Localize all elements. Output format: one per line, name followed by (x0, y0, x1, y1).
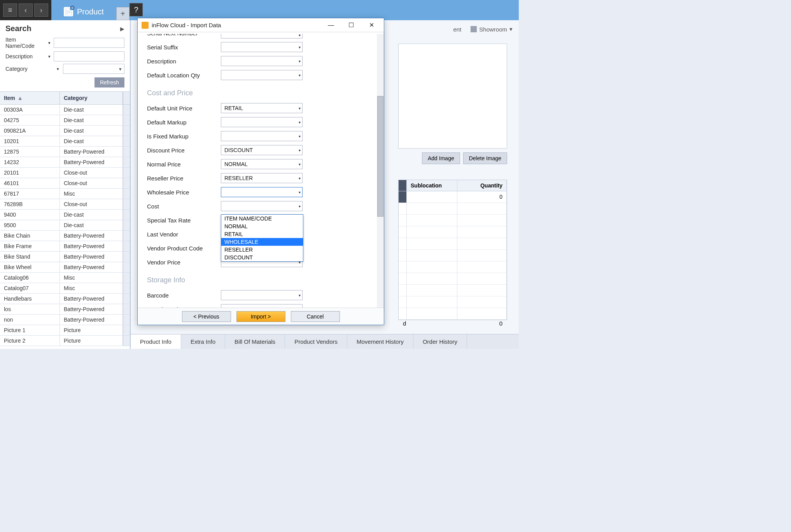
inventory-row[interactable] (399, 250, 507, 261)
chevron-down-icon[interactable]: ▾ (57, 66, 61, 72)
detail-tab[interactable]: Product Info (131, 334, 181, 349)
field-combo[interactable]: RESELLER▾ (221, 173, 303, 183)
chevron-down-icon: ▾ (299, 307, 301, 308)
top-link-ent[interactable]: ent (453, 26, 461, 33)
field-combo[interactable]: ▾ (221, 187, 303, 197)
field-combo[interactable]: ▾ (221, 34, 303, 38)
inventory-row[interactable] (399, 296, 507, 308)
table-row[interactable]: Catalog07Misc (0, 283, 130, 294)
scrollbar-thumb[interactable] (377, 96, 383, 217)
table-row[interactable]: 9400Die-cast (0, 210, 130, 220)
table-row[interactable]: Picture 1Picture (0, 325, 130, 336)
minimize-button[interactable]: — (322, 19, 340, 31)
nav-back-icon[interactable]: ‹ (19, 4, 33, 17)
dropdown-option[interactable]: WHOLESALE (221, 238, 303, 246)
detail-tab[interactable]: Movement History (347, 334, 413, 349)
filter-cat-combo[interactable]: ▾ (63, 64, 124, 74)
field-combo[interactable]: ▾ (221, 56, 303, 66)
inventory-row[interactable] (399, 238, 507, 250)
filter-desc-input[interactable] (54, 51, 124, 61)
dialog-scrollbar[interactable] (377, 34, 384, 308)
table-row[interactable]: losBattery-Powered (0, 304, 130, 315)
hamburger-icon[interactable]: ≡ (3, 4, 17, 17)
field-row: Wholesale Price▾ (147, 185, 371, 199)
inventory-row[interactable] (399, 261, 507, 273)
field-combo[interactable]: ▾ (221, 42, 303, 52)
import-dialog: inFlow Cloud - Import Data — ☐ ✕ Serial … (137, 18, 384, 325)
inventory-row[interactable] (399, 226, 507, 238)
field-combo[interactable]: ▾ (221, 131, 303, 141)
table-row[interactable]: 00303ADie-cast (0, 105, 130, 115)
field-combo[interactable]: ▾ (221, 201, 303, 211)
top-link-showroom[interactable]: Showroom ▾ (471, 26, 513, 33)
inventory-row[interactable] (399, 285, 507, 296)
table-row[interactable]: 090821ADie-cast (0, 126, 130, 136)
filter-name-input[interactable] (54, 38, 124, 48)
table-row[interactable]: Bike ChainBattery-Powered (0, 231, 130, 241)
field-combo[interactable]: ▾ (221, 290, 303, 300)
table-row[interactable]: Bike WheelBattery-Powered (0, 262, 130, 273)
delete-image-button[interactable]: Delete Image (463, 152, 507, 164)
add-tab-button[interactable]: + (116, 7, 130, 20)
table-row[interactable]: Bike StandBattery-Powered (0, 252, 130, 262)
chevron-down-icon[interactable]: ▾ (48, 40, 51, 46)
tab-product[interactable]: 📄 Product (54, 3, 113, 20)
dropdown-option[interactable]: DISCOUNT (221, 254, 303, 261)
maximize-button[interactable]: ☐ (343, 19, 360, 31)
dropdown-option[interactable]: RETAIL (221, 230, 303, 238)
inventory-row[interactable]: 0 (399, 191, 507, 203)
collapse-icon[interactable]: ▶ (120, 26, 124, 32)
grid-header-category[interactable]: Category (60, 92, 123, 104)
inv-header-sublocation[interactable]: Sublocation (407, 180, 457, 191)
chevron-down-icon: ▾ (299, 148, 301, 152)
detail-tab[interactable]: Product Vendors (285, 334, 347, 349)
close-button[interactable]: ✕ (363, 19, 380, 31)
table-row[interactable]: 10201Die-cast (0, 136, 130, 147)
chevron-down-icon[interactable]: ▾ (48, 54, 51, 59)
table-row[interactable]: Catalog06Misc (0, 273, 130, 283)
field-combo[interactable]: DISCOUNT▾ (221, 145, 303, 155)
field-row: Is Fixed Markup▾ (147, 129, 371, 143)
inventory-row[interactable] (399, 273, 507, 285)
inventory-row[interactable] (399, 215, 507, 226)
import-button[interactable]: Import > (236, 311, 285, 322)
search-panel: Search ▶ Item Name/Code ▾ Description ▾ … (0, 20, 131, 349)
table-row[interactable]: Bike FrameBattery-Powered (0, 241, 130, 252)
table-row[interactable]: 67817Misc (0, 189, 130, 199)
help-button[interactable]: ? (130, 3, 143, 16)
field-combo[interactable]: ▾ (221, 117, 303, 127)
grid-header: Item ▲ Category (0, 92, 130, 105)
inv-header-quantity[interactable]: Quantity (457, 180, 507, 191)
table-row[interactable]: 04275Die-cast (0, 115, 130, 126)
dropdown-option[interactable]: RESELLER (221, 246, 303, 254)
table-row[interactable]: Picture 2Picture (0, 336, 130, 346)
table-row[interactable]: 76289BClose-out (0, 199, 130, 210)
refresh-button[interactable]: Refresh (94, 77, 124, 88)
previous-button[interactable]: < Previous (182, 311, 231, 322)
field-row: Default Location Qty▾ (147, 68, 371, 82)
table-row[interactable]: 20101Close-out (0, 168, 130, 178)
detail-tab[interactable]: Bill Of Materials (225, 334, 285, 349)
table-row[interactable]: nonBattery-Powered (0, 315, 130, 325)
field-label: Serial Suffix (147, 44, 221, 51)
table-row[interactable]: 9500Die-cast (0, 220, 130, 231)
inventory-row[interactable] (399, 203, 507, 215)
cancel-button[interactable]: Cancel (291, 311, 340, 322)
detail-tab[interactable]: Order History (413, 334, 467, 349)
dropdown-option[interactable]: ITEM NAME/CODE (221, 215, 303, 222)
table-row[interactable]: 46101Close-out (0, 178, 130, 189)
table-row[interactable]: HandlebarsBattery-Powered (0, 294, 130, 304)
detail-tab[interactable]: Extra Info (181, 334, 225, 349)
field-combo[interactable]: ▾ (221, 304, 303, 308)
table-row[interactable]: 14232Battery-Powered (0, 157, 130, 168)
nav-forward-icon[interactable]: › (34, 4, 48, 17)
field-combo[interactable]: ▾ (221, 70, 303, 80)
grid-header-item[interactable]: Item ▲ (0, 92, 60, 104)
dialog-titlebar[interactable]: inFlow Cloud - Import Data — ☐ ✕ (138, 18, 384, 32)
wholesale-dropdown-list[interactable]: ITEM NAME/CODENORMALRETAILWHOLESALERESEL… (221, 214, 303, 262)
dropdown-option[interactable]: NORMAL (221, 222, 303, 230)
field-combo[interactable]: RETAIL▾ (221, 103, 303, 113)
add-image-button[interactable]: Add Image (422, 152, 460, 164)
table-row[interactable]: 12875Battery-Powered (0, 147, 130, 157)
field-combo[interactable]: NORMAL▾ (221, 159, 303, 169)
